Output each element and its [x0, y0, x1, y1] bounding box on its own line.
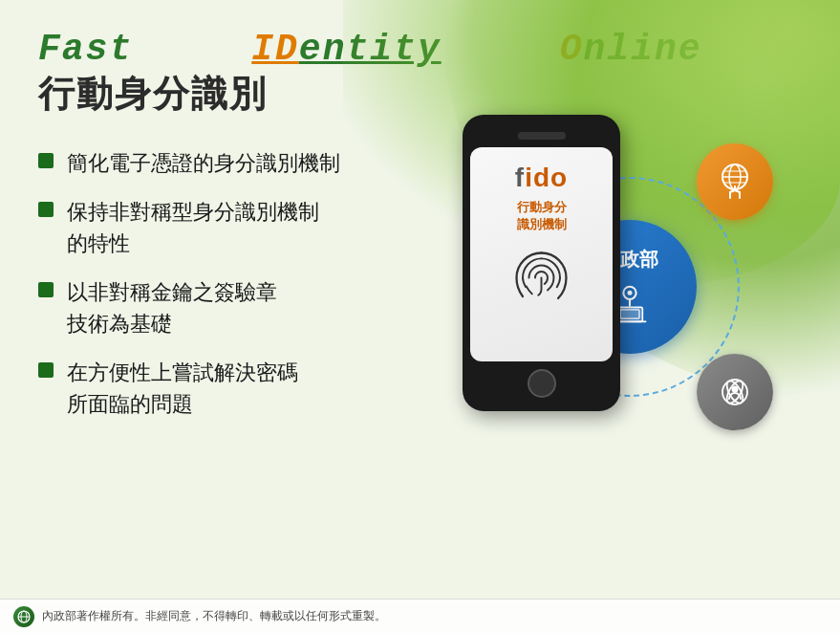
satellite-globe-circle — [697, 143, 773, 220]
phone-screen: fido 行動身分 識別機制 — [470, 147, 613, 361]
bullet-icon — [38, 153, 54, 168]
phone-home-button — [528, 369, 556, 398]
footer: 內政部著作權所有。非經同意，不得轉印、轉載或以任何形式重製。 — [0, 599, 840, 633]
bullet-text: 保持非對稱型身分識別機制 的特性 — [67, 196, 319, 259]
fido-ido: ido — [525, 163, 568, 192]
phone-device: fido 行動身分 識別機制 — [463, 115, 620, 411]
phone-notch — [518, 132, 566, 140]
main-container: Fast IDentity Online 行動身分識別 簡化電子憑證的身分識別機… — [0, 0, 840, 633]
footer-globe-icon — [17, 610, 31, 623]
title-ID: ID — [251, 29, 299, 70]
fingerprint-icon — [510, 247, 572, 309]
title-zh: 行動身分識別 — [38, 74, 268, 114]
svg-point-1 — [628, 290, 633, 295]
footer-text: 內政部著作權所有。非經同意，不得轉印、轉載或以任何形式重製。 — [42, 608, 386, 624]
globe-hand-icon — [711, 158, 759, 206]
phone-illustration: fido 行動身分 識別機制 — [463, 115, 620, 411]
bullet-text: 在方便性上嘗試解決密碼 所面臨的問題 — [67, 357, 298, 420]
satellite-atom-circle — [697, 354, 773, 430]
bullet-text: 簡化電子憑證的身分識別機制 — [67, 147, 340, 179]
title-fast: Fast — [38, 29, 133, 70]
bullet-icon — [38, 282, 54, 297]
fido-screen-text: 行動身分 識別機制 — [517, 199, 567, 233]
fido-f: f — [515, 163, 525, 192]
bullet-text: 以非對稱金鑰之簽驗章 技術為基礎 — [67, 276, 277, 339]
footer-logo — [13, 606, 34, 627]
bullet-icon — [38, 362, 54, 378]
svg-rect-3 — [620, 309, 639, 317]
atom-person-icon — [711, 368, 759, 416]
bullet-icon — [38, 202, 54, 217]
svg-point-13 — [732, 386, 739, 393]
fido-logo: fido — [515, 163, 568, 193]
